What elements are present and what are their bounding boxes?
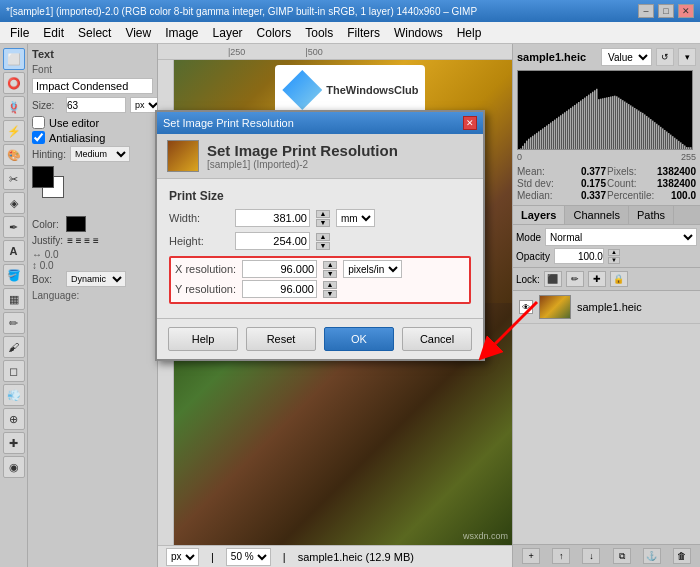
tool-text[interactable]: A: [3, 240, 25, 262]
font-selector[interactable]: Impact Condensed: [32, 78, 153, 94]
opacity-down[interactable]: ▼: [608, 257, 620, 264]
histogram-channel-select[interactable]: Value: [601, 48, 652, 66]
layer-anchor-btn[interactable]: ⚓: [643, 548, 661, 564]
mode-select[interactable]: Normal: [545, 228, 697, 246]
y-res-down-btn[interactable]: ▼: [323, 290, 337, 298]
layer-lower-btn[interactable]: ↓: [582, 548, 600, 564]
height-input[interactable]: [235, 232, 310, 250]
mean-row: Mean: 0.377: [517, 166, 606, 177]
lock-draw-btn[interactable]: ✏: [566, 271, 584, 287]
menu-file[interactable]: File: [4, 24, 35, 42]
x-res-down-btn[interactable]: ▼: [323, 270, 337, 278]
histogram-reset-btn[interactable]: ↺: [656, 48, 674, 66]
hinting-row: Hinting: Medium: [32, 146, 153, 162]
dialog-set-resolution: Set Image Print Resolution ✕ Set Image P…: [155, 110, 485, 361]
layers-tabs: Layers Channels Paths: [513, 206, 700, 225]
menu-help[interactable]: Help: [451, 24, 488, 42]
lock-all-btn[interactable]: 🔒: [610, 271, 628, 287]
help-btn[interactable]: Help: [168, 327, 238, 351]
menu-layer[interactable]: Layer: [207, 24, 249, 42]
tab-paths[interactable]: Paths: [629, 206, 674, 224]
close-btn[interactable]: ✕: [678, 4, 694, 18]
svg-rect-77: [670, 135, 672, 150]
layer-duplicate-btn[interactable]: ⧉: [613, 548, 631, 564]
foreground-color[interactable]: [32, 166, 54, 188]
cancel-btn[interactable]: Cancel: [402, 327, 472, 351]
layer-new-btn[interactable]: +: [522, 548, 540, 564]
x-res-input[interactable]: [242, 260, 317, 278]
svg-rect-69: [654, 122, 656, 150]
ok-btn[interactable]: OK: [324, 327, 394, 351]
tool-bucket[interactable]: 🪣: [3, 264, 25, 286]
tool-fuzzy-select[interactable]: ⚡: [3, 120, 25, 142]
width-down-btn[interactable]: ▼: [316, 219, 330, 227]
lock-move-btn[interactable]: ✚: [588, 271, 606, 287]
height-up-btn[interactable]: ▲: [316, 233, 330, 241]
height-down-btn[interactable]: ▼: [316, 242, 330, 250]
use-editor-checkbox[interactable]: [32, 116, 45, 129]
menu-edit[interactable]: Edit: [37, 24, 70, 42]
tab-layers[interactable]: Layers: [513, 206, 565, 224]
width-input[interactable]: [235, 209, 310, 227]
antialiasing-label: Antialiasing: [49, 132, 105, 144]
mode-row: Mode Normal Opacity ▲ ▼: [513, 225, 700, 268]
dialog-body: Print Size Width: ▲ ▼ mm Height: ▲: [157, 179, 483, 318]
opacity-up[interactable]: ▲: [608, 249, 620, 256]
tool-clone[interactable]: ⊕: [3, 408, 25, 430]
y-res-up-btn[interactable]: ▲: [323, 281, 337, 289]
tab-channels[interactable]: Channels: [565, 206, 628, 224]
tool-gradient[interactable]: ▦: [3, 288, 25, 310]
menu-image[interactable]: Image: [159, 24, 204, 42]
menu-select[interactable]: Select: [72, 24, 117, 42]
res-unit-select[interactable]: pixels/in: [343, 260, 402, 278]
layer-item-0[interactable]: 👁 sample1.heic: [513, 291, 700, 324]
tool-scissors[interactable]: ✂: [3, 168, 25, 190]
menu-view[interactable]: View: [119, 24, 157, 42]
maximize-btn[interactable]: □: [658, 4, 674, 18]
tool-pencil[interactable]: ✏: [3, 312, 25, 334]
tool-paintbrush[interactable]: 🖌: [3, 336, 25, 358]
tool-eraser[interactable]: ◻: [3, 360, 25, 382]
y-res-input[interactable]: [242, 280, 317, 298]
dialog-close-btn[interactable]: ✕: [463, 116, 477, 130]
menu-filters[interactable]: Filters: [341, 24, 386, 42]
menu-tools[interactable]: Tools: [299, 24, 339, 42]
std-row: Std dev: 0.175: [517, 178, 606, 189]
layer-raise-btn[interactable]: ↑: [552, 548, 570, 564]
layer-visibility-0[interactable]: 👁: [519, 300, 533, 314]
histogram-menu-btn[interactable]: ▾: [678, 48, 696, 66]
menu-colors[interactable]: Colors: [251, 24, 298, 42]
tool-color-select[interactable]: 🎨: [3, 144, 25, 166]
color-picker[interactable]: [66, 216, 86, 232]
tool-airbrush[interactable]: 💨: [3, 384, 25, 406]
x-res-up-btn[interactable]: ▲: [323, 261, 337, 269]
menu-windows[interactable]: Windows: [388, 24, 449, 42]
antialiasing-checkbox[interactable]: [32, 131, 45, 144]
box-select[interactable]: Dynamic: [66, 271, 126, 287]
unit-select[interactable]: px: [166, 548, 199, 566]
svg-rect-40: [596, 89, 598, 150]
tool-rectangle[interactable]: ⬜: [3, 48, 25, 70]
zoom-select[interactable]: 50 %: [226, 548, 271, 566]
size-input[interactable]: [66, 97, 126, 113]
opacity-input[interactable]: [554, 248, 604, 264]
minimize-btn[interactable]: –: [638, 4, 654, 18]
hinting-select[interactable]: Medium: [70, 146, 130, 162]
lock-alpha-btn[interactable]: ⬛: [544, 271, 562, 287]
svg-rect-85: [686, 147, 688, 150]
size-unit-select[interactable]: px: [130, 97, 158, 113]
dimension-unit-select[interactable]: mm: [336, 209, 375, 227]
tool-convolve[interactable]: ◉: [3, 456, 25, 478]
svg-rect-83: [682, 144, 684, 150]
use-editor-label: Use editor: [49, 117, 99, 129]
tool-foreground[interactable]: ◈: [3, 192, 25, 214]
tool-paths[interactable]: ✒: [3, 216, 25, 238]
tool-free-select[interactable]: 🪢: [3, 96, 25, 118]
tool-ellipse[interactable]: ⭕: [3, 72, 25, 94]
reset-btn[interactable]: Reset: [246, 327, 316, 351]
svg-rect-52: [620, 99, 622, 150]
width-up-btn[interactable]: ▲: [316, 210, 330, 218]
tool-heal[interactable]: ✚: [3, 432, 25, 454]
layer-delete-btn[interactable]: 🗑: [673, 548, 691, 564]
color-swatch: [32, 166, 76, 210]
